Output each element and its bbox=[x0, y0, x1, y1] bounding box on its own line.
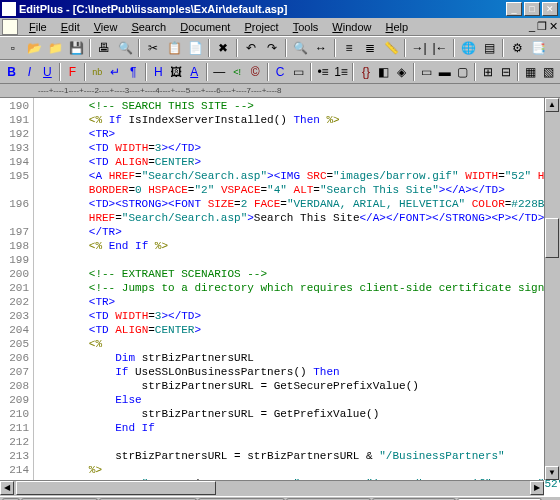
doc-system-icon[interactable] bbox=[2, 19, 18, 35]
wrap-icon[interactable]: ≡ bbox=[339, 38, 359, 58]
font-icon[interactable]: F bbox=[64, 62, 81, 82]
code-line[interactable]: <% If IsIndexServerInstalled() Then %> bbox=[36, 113, 560, 127]
nbsp-icon[interactable]: nb bbox=[89, 62, 106, 82]
code-line[interactable] bbox=[36, 253, 560, 267]
open-remote-icon[interactable]: 📁 bbox=[45, 38, 65, 58]
code-line[interactable]: End If bbox=[36, 421, 560, 435]
new-icon[interactable]: ▫ bbox=[3, 38, 23, 58]
code-line[interactable]: <TD WIDTH=3></TD> bbox=[36, 309, 560, 323]
copy-icon[interactable]: 📋 bbox=[164, 38, 184, 58]
code-line[interactable]: BORDER=0 HSPACE="2" VSPACE="4" ALT="Sear… bbox=[36, 183, 560, 197]
input-icon[interactable]: ▬ bbox=[436, 62, 453, 82]
code-line[interactable]: <TD WIDTH=3></TD> bbox=[36, 141, 560, 155]
mdi-minimize-button[interactable]: _ bbox=[529, 20, 535, 33]
hr-icon[interactable]: — bbox=[211, 62, 228, 82]
script-icon[interactable]: {} bbox=[357, 62, 374, 82]
maximize-button[interactable]: □ bbox=[524, 2, 540, 16]
form-icon[interactable]: ▭ bbox=[418, 62, 435, 82]
heading-icon[interactable]: H bbox=[150, 62, 167, 82]
indent-icon[interactable]: →| bbox=[409, 38, 429, 58]
menu-window[interactable]: Window bbox=[325, 20, 378, 34]
undo-icon[interactable]: ↶ bbox=[241, 38, 261, 58]
close-button[interactable]: ✕ bbox=[542, 2, 558, 16]
mdi-restore-button[interactable]: ❐ bbox=[537, 20, 547, 33]
save-icon[interactable]: 💾 bbox=[66, 38, 86, 58]
code-line[interactable]: <% End If %> bbox=[36, 239, 560, 253]
browser-icon[interactable]: 🌐 bbox=[458, 38, 478, 58]
code-line[interactable] bbox=[36, 435, 560, 449]
code-line[interactable]: strBizPartnersURL = GetPrefixValue() bbox=[36, 407, 560, 421]
scroll-up-icon[interactable]: ▲ bbox=[545, 98, 559, 112]
break-icon[interactable]: ↵ bbox=[107, 62, 124, 82]
mdi-close-button[interactable]: ✕ bbox=[549, 20, 558, 33]
noframe-icon[interactable]: ▧ bbox=[540, 62, 557, 82]
print-icon[interactable]: 🖶 bbox=[94, 38, 114, 58]
open-icon[interactable]: 📂 bbox=[24, 38, 44, 58]
anchor-icon[interactable]: A bbox=[186, 62, 203, 82]
menu-tools[interactable]: Tools bbox=[286, 20, 326, 34]
scroll-thumb[interactable] bbox=[545, 218, 559, 258]
code-line[interactable]: strBizPartnersURL = GetSecurePrefixValue… bbox=[36, 379, 560, 393]
scroll-right-icon[interactable]: ▶ bbox=[530, 481, 544, 495]
code-line[interactable]: <TD ALIGN=CENTER> bbox=[36, 155, 560, 169]
italic-icon[interactable]: I bbox=[21, 62, 38, 82]
div-icon[interactable]: ▭ bbox=[290, 62, 307, 82]
code-line[interactable]: HREF="Search/Search.asp">Search This Sit… bbox=[36, 211, 560, 225]
vertical-scrollbar[interactable]: ▲ ▼ bbox=[544, 98, 560, 480]
horizontal-scrollbar[interactable]: ◀ ▶ bbox=[0, 480, 544, 496]
scroll-down-icon[interactable]: ▼ bbox=[545, 466, 559, 480]
preview-icon[interactable]: 🔍 bbox=[115, 38, 135, 58]
code-line[interactable]: </TR> bbox=[36, 225, 560, 239]
settings-icon[interactable]: ⚙ bbox=[507, 38, 527, 58]
code-line[interactable]: Dim strBizPartnersURL bbox=[36, 351, 560, 365]
ul-icon[interactable]: •≡ bbox=[315, 62, 332, 82]
code-line[interactable]: <!-- SEARCH THIS SITE --> bbox=[36, 99, 560, 113]
code-line[interactable]: <TR> bbox=[36, 127, 560, 141]
ruler-icon[interactable]: 📏 bbox=[381, 38, 401, 58]
menu-search[interactable]: Search bbox=[124, 20, 173, 34]
center-icon[interactable]: C bbox=[272, 62, 289, 82]
minimize-button[interactable]: _ bbox=[506, 2, 522, 16]
para-icon[interactable]: ¶ bbox=[125, 62, 142, 82]
code-line[interactable]: <TR> bbox=[36, 295, 560, 309]
frame-icon[interactable]: ▦ bbox=[522, 62, 539, 82]
replace-icon[interactable]: ↔ bbox=[311, 38, 331, 58]
columns-icon[interactable]: ▤ bbox=[479, 38, 499, 58]
scroll-thumb-h[interactable] bbox=[16, 481, 216, 495]
bold-icon[interactable]: B bbox=[3, 62, 20, 82]
code-line[interactable]: <TD ALIGN=CENTER> bbox=[36, 323, 560, 337]
code-line[interactable]: <TD><STRONG><FONT SIZE=2 FACE="VERDANA, … bbox=[36, 197, 560, 211]
redo-icon[interactable]: ↷ bbox=[262, 38, 282, 58]
table-icon[interactable]: ⊞ bbox=[479, 62, 496, 82]
code-area[interactable]: <!-- SEARCH THIS SITE --> <% If IsIndexS… bbox=[34, 98, 560, 496]
menu-project[interactable]: Project bbox=[237, 20, 285, 34]
code-line[interactable]: If UseSSLOnBusinessPartners() Then bbox=[36, 365, 560, 379]
code-editor[interactable]: 1901911921931941951961971981992002012022… bbox=[0, 98, 560, 496]
linenum-icon[interactable]: ≣ bbox=[360, 38, 380, 58]
outdent-icon[interactable]: |← bbox=[430, 38, 450, 58]
menu-view[interactable]: View bbox=[87, 20, 125, 34]
code-line[interactable]: %> bbox=[36, 463, 560, 477]
image-icon[interactable]: 🖼 bbox=[168, 62, 185, 82]
comment-icon[interactable]: <! bbox=[229, 62, 246, 82]
ol-icon[interactable]: 1≡ bbox=[333, 62, 350, 82]
scroll-left-icon[interactable]: ◀ bbox=[0, 481, 14, 495]
underline-icon[interactable]: U bbox=[39, 62, 56, 82]
directory-icon[interactable]: 📑 bbox=[528, 38, 548, 58]
menu-help[interactable]: Help bbox=[378, 20, 415, 34]
tablewiz-icon[interactable]: ⊟ bbox=[497, 62, 514, 82]
cut-icon[interactable]: ✂ bbox=[143, 38, 163, 58]
code-line[interactable]: strBizPartnersURL = strBizPartnersURL & … bbox=[36, 449, 560, 463]
char-icon[interactable]: © bbox=[247, 62, 264, 82]
code-line[interactable]: Else bbox=[36, 393, 560, 407]
delete-icon[interactable]: ✖ bbox=[213, 38, 233, 58]
code-line[interactable]: <A HREF="Search/Search.asp"><IMG SRC="im… bbox=[36, 169, 560, 183]
paste-icon[interactable]: 📄 bbox=[185, 38, 205, 58]
menu-edit[interactable]: Edit bbox=[54, 20, 87, 34]
code-line[interactable]: <!-- Jumps to a directory which requires… bbox=[36, 281, 560, 295]
find-icon[interactable]: 🔍 bbox=[290, 38, 310, 58]
object-icon[interactable]: ◈ bbox=[393, 62, 410, 82]
code-line[interactable]: <% bbox=[36, 337, 560, 351]
code-line[interactable]: <!-- EXTRANET SCENARIOS --> bbox=[36, 267, 560, 281]
applet-icon[interactable]: ◧ bbox=[375, 62, 392, 82]
